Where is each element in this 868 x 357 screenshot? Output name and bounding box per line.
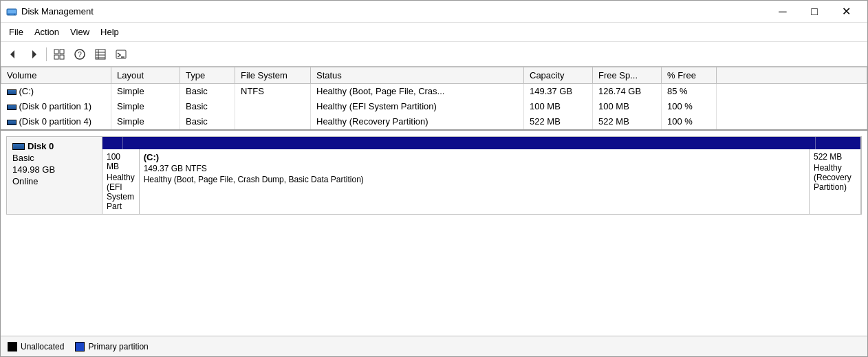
cell-volume: (Disk 0 partition 1)	[1, 99, 111, 114]
cell-capacity: 100 MB	[524, 99, 593, 114]
legend-area: Unallocated Primary partition	[1, 336, 867, 356]
cell-pctfree: 85 %	[662, 84, 717, 99]
partition-header-row	[102, 137, 861, 149]
partition-name: (C:)	[144, 152, 805, 162]
main-window: Disk Management ─ □ ✕ File Action View H…	[0, 0, 868, 357]
col-header-status[interactable]: Status	[311, 67, 524, 84]
overview-button[interactable]	[50, 45, 69, 64]
cell-pctfree: 100 %	[662, 114, 717, 129]
col-header-volume[interactable]: Volume	[1, 67, 111, 84]
col-header-type[interactable]: Type	[180, 67, 235, 84]
cell-filesystem	[235, 114, 311, 129]
disk-row: Disk 0 Basic 149.98 GB Online 100 MB Hea…	[6, 136, 862, 215]
menu-view[interactable]: View	[65, 24, 95, 40]
close-button[interactable]: ✕	[830, 1, 862, 23]
table-header-row: Volume Layout Type File System Status Ca…	[1, 67, 867, 84]
svg-rect-8	[54, 55, 58, 59]
disk-name: Disk 0	[12, 141, 96, 151]
title-bar: Disk Management ─ □ ✕	[1, 1, 867, 23]
toolbar: ?	[1, 42, 867, 67]
cell-status: Healthy (Recovery Partition)	[311, 114, 524, 129]
cell-extra	[717, 99, 867, 114]
back-button[interactable]	[3, 45, 23, 64]
partition-desc: Healthy (EFI System Part	[107, 173, 135, 211]
list-button[interactable]	[91, 45, 110, 64]
menu-help[interactable]: Help	[95, 24, 124, 40]
svg-rect-3	[14, 14, 15, 14]
terminal-button[interactable]	[111, 45, 131, 64]
svg-marker-4	[10, 50, 14, 58]
menu-file[interactable]: File	[3, 24, 29, 40]
app-icon	[6, 6, 17, 17]
window-controls: ─ □ ✕	[767, 1, 862, 23]
disk-label: Disk 0 Basic 149.98 GB Online	[6, 136, 102, 215]
table-row[interactable]: (C:) Simple Basic NTFS Healthy (Boot, Pa…	[1, 84, 867, 99]
partition-body-row: 100 MB Healthy (EFI System Part(C:) 149.…	[102, 149, 861, 214]
help-button[interactable]: ?	[70, 45, 89, 64]
cell-capacity: 522 MB	[524, 114, 593, 129]
cell-volume: (Disk 0 partition 4)	[1, 114, 111, 129]
svg-rect-2	[8, 14, 10, 14]
partition-desc: Healthy (Boot, Page File, Crash Dump, Ba…	[144, 175, 805, 184]
cell-type: Basic	[180, 99, 235, 114]
svg-rect-1	[8, 10, 16, 13]
cell-status: Healthy (EFI System Partition)	[311, 99, 524, 114]
menu-action[interactable]: Action	[29, 24, 65, 40]
svg-marker-5	[32, 50, 36, 58]
cell-type: Basic	[180, 114, 235, 129]
cell-status: Healthy (Boot, Page File, Cras...	[311, 84, 524, 99]
forward-button[interactable]	[24, 45, 43, 64]
menu-bar: File Action View Help	[1, 23, 867, 42]
col-header-extra	[717, 67, 867, 84]
cell-filesystem: NTFS	[235, 84, 311, 99]
partition-body-segment[interactable]: 522 MB Healthy (Recovery Partition)	[810, 149, 861, 214]
col-header-layout[interactable]: Layout	[111, 67, 180, 84]
legend-box-unallocated	[8, 342, 17, 351]
partition-header-segment	[816, 137, 861, 149]
partition-size: 149.37 GB NTFS	[144, 164, 805, 173]
partition-header-segment	[123, 137, 816, 149]
legend-label-primary: Primary partition	[88, 342, 148, 351]
legend-unallocated: Unallocated	[8, 342, 64, 351]
cell-type: Basic	[180, 84, 235, 99]
separator-1	[46, 47, 47, 61]
cell-capacity: 149.37 GB	[524, 84, 593, 99]
window-title: Disk Management	[21, 6, 767, 17]
partition-size: 522 MB	[814, 152, 856, 162]
cell-extra	[717, 114, 867, 129]
disk-type: Basic	[12, 153, 96, 163]
cell-layout: Simple	[111, 84, 180, 99]
legend-primary: Primary partition	[75, 342, 148, 351]
table-row[interactable]: (Disk 0 partition 1) Simple Basic Health…	[1, 99, 867, 114]
cell-layout: Simple	[111, 99, 180, 114]
cell-volume: (C:)	[1, 84, 111, 99]
partition-desc: Healthy (Recovery Partition)	[814, 163, 856, 192]
cell-freesp: 522 MB	[593, 114, 662, 129]
svg-rect-6	[54, 50, 58, 54]
cell-filesystem	[235, 99, 311, 114]
partition-header-segment	[102, 137, 123, 149]
disk-map-area[interactable]: Disk 0 Basic 149.98 GB Online 100 MB Hea…	[1, 131, 867, 336]
cell-pctfree: 100 %	[662, 99, 717, 114]
legend-box-primary	[75, 342, 85, 351]
cell-freesp: 126.74 GB	[593, 84, 662, 99]
col-header-filesystem[interactable]: File System	[235, 67, 311, 84]
cell-freesp: 100 MB	[593, 99, 662, 114]
partition-size: 100 MB	[107, 152, 135, 171]
disk-status: Online	[12, 176, 96, 186]
table-row[interactable]: (Disk 0 partition 4) Simple Basic Health…	[1, 114, 867, 129]
col-header-pctfree[interactable]: % Free	[662, 67, 717, 84]
partition-body-segment[interactable]: 100 MB Healthy (EFI System Part	[102, 149, 140, 214]
col-header-freesp[interactable]: Free Sp...	[593, 67, 662, 84]
volume-table: Volume Layout Type File System Status Ca…	[1, 67, 867, 129]
minimize-button[interactable]: ─	[767, 1, 799, 23]
maximize-button[interactable]: □	[799, 1, 830, 23]
volume-table-area: Volume Layout Type File System Status Ca…	[1, 67, 867, 131]
disk-size: 149.98 GB	[12, 164, 96, 175]
partition-body-segment[interactable]: (C:) 149.37 GB NTFS Healthy (Boot, Page …	[140, 149, 810, 214]
col-header-capacity[interactable]: Capacity	[524, 67, 593, 84]
svg-rect-9	[60, 55, 64, 59]
svg-rect-7	[60, 50, 64, 54]
svg-text:?: ?	[78, 51, 82, 58]
disk-partitions: 100 MB Healthy (EFI System Part(C:) 149.…	[102, 136, 862, 215]
